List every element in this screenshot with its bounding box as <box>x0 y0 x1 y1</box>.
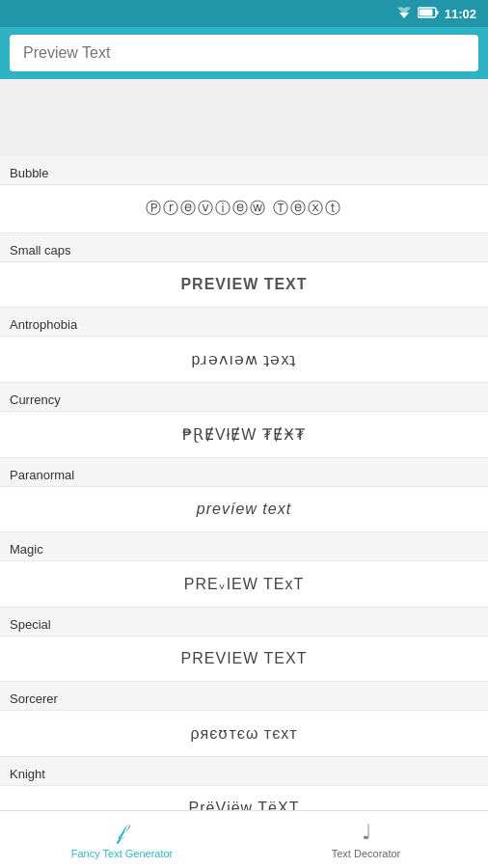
battery-icon <box>418 7 439 21</box>
svg-rect-2 <box>419 9 432 15</box>
style-section-paranormal: Paranormal prevíew text <box>0 458 488 532</box>
style-preview-small-caps[interactable]: PREVIEW TEXT <box>0 261 488 308</box>
style-label-special: Special <box>0 608 488 636</box>
style-label-bubble: Bubble <box>0 156 488 184</box>
style-label-knight: Knight <box>0 757 488 785</box>
status-bar: 11:02 <box>0 0 488 27</box>
bottom-nav: 𝒻 Fancy Text Generator ♩ Text Decorator <box>0 810 488 868</box>
style-preview-sorcerer[interactable]: ρяєʊтєω тєхт <box>0 710 488 757</box>
ad-area <box>0 79 488 156</box>
svg-rect-3 <box>436 11 438 14</box>
fancy-text-generator-label: Fancy Text Generator <box>71 848 174 859</box>
style-label-small-caps: Small caps <box>0 233 488 261</box>
style-section-currency: Currency ₱ⱤɆVłɆW ₮ɆӾ₮ <box>0 383 488 458</box>
preview-bar <box>0 27 488 79</box>
style-section-special: Special PREVIEW TEXT <box>0 608 488 682</box>
style-label-sorcerer: Sorcerer <box>0 682 488 710</box>
style-label-paranormal: Paranormal <box>0 458 488 486</box>
fancy-text-generator-icon: 𝒻 <box>119 820 125 845</box>
nav-item-text-decorator[interactable]: ♩ Text Decorator <box>244 820 488 859</box>
style-preview-paranormal[interactable]: prevíew text <box>0 486 488 532</box>
style-preview-currency[interactable]: ₱ⱤɆVłɆW ₮ɆӾ₮ <box>0 411 488 458</box>
scroll-content: Bubble Ⓟⓡⓔⓥⓘⓔⓦ Ⓣⓔⓧⓣ Small caps PREVIEW T… <box>0 156 488 868</box>
style-section-magic: Magic PREᵥIEW TExT <box>0 532 488 608</box>
nav-item-fancy-text-generator[interactable]: 𝒻 Fancy Text Generator <box>0 820 244 859</box>
style-section-small-caps: Small caps PREVIEW TEXT <box>0 233 488 308</box>
time-display: 11:02 <box>445 7 476 21</box>
style-preview-antrophobia[interactable]: pɹǝʌıǝʍ ʇǝxʇ <box>0 336 488 383</box>
preview-input[interactable] <box>10 35 478 71</box>
style-label-antrophobia: Antrophobia <box>0 308 488 336</box>
style-preview-bubble[interactable]: Ⓟⓡⓔⓥⓘⓔⓦ Ⓣⓔⓧⓣ <box>0 184 488 233</box>
text-decorator-icon: ♩ <box>362 820 371 845</box>
style-section-antrophobia: Antrophobia pɹǝʌıǝʍ ʇǝxʇ <box>0 308 488 383</box>
style-section-bubble: Bubble Ⓟⓡⓔⓥⓘⓔⓦ Ⓣⓔⓧⓣ <box>0 156 488 233</box>
wifi-icon <box>396 7 412 21</box>
style-label-magic: Magic <box>0 532 488 560</box>
style-section-sorcerer: Sorcerer ρяєʊтєω тєхт <box>0 682 488 757</box>
style-preview-special[interactable]: PREVIEW TEXT <box>0 636 488 682</box>
text-decorator-label: Text Decorator <box>332 848 401 859</box>
style-preview-magic[interactable]: PREᵥIEW TExT <box>0 560 488 608</box>
style-label-currency: Currency <box>0 383 488 411</box>
